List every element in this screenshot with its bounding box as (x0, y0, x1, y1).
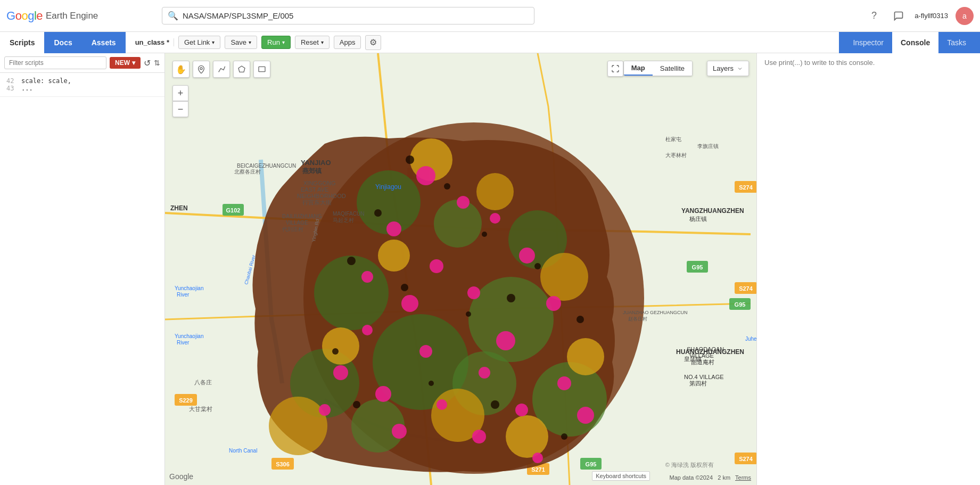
map-type-satellite[interactable]: Satellite (653, 61, 692, 76)
svg-point-56 (419, 345, 432, 358)
map-type-map[interactable]: Map (624, 61, 653, 76)
new-button[interactable]: NEW ▾ (110, 57, 141, 69)
svg-point-53 (546, 296, 561, 311)
svg-point-36 (476, 173, 514, 210)
rectangle-tool[interactable] (253, 61, 270, 78)
google-logo: Google (6, 9, 43, 23)
svg-text:代刘庄村: 代刘庄村 (282, 226, 303, 232)
left-panel: NEW ▾ ↺ ⇅ 42 scale: scale, 43 ... (0, 53, 165, 485)
help-button[interactable]: ? (866, 7, 883, 24)
zoom-in-button[interactable]: + (172, 85, 188, 101)
svg-point-39 (322, 327, 359, 365)
main-content: NEW ▾ ↺ ⇅ 42 scale: scale, 43 ... (0, 53, 980, 485)
tab-tasks[interactable]: Tasks (938, 32, 975, 53)
svg-point-54 (362, 325, 373, 335)
svg-text:Yunchaojian: Yunchaojian (175, 333, 204, 339)
svg-text:北蔡各庄村: 北蔡各庄村 (234, 169, 261, 175)
svg-text:行宫东大街: 行宫东大街 (302, 199, 332, 205)
search-icon: 🔍 (168, 11, 178, 21)
svg-text:S274: S274 (739, 456, 753, 462)
svg-text:Yinjiagou: Yinjiagou (375, 183, 401, 191)
svg-point-78 (577, 316, 584, 323)
svg-point-60 (375, 386, 391, 402)
map-area[interactable]: G102 G10 G95 G95 S274 S274 S274 S229 S30… (165, 53, 756, 485)
svg-point-27 (314, 256, 389, 330)
svg-text:S274: S274 (739, 285, 753, 292)
map-attribution: Map data ©2024 2 km Terms (670, 474, 751, 481)
collapse-button[interactable]: ⇅ (154, 59, 160, 67)
svg-point-82 (353, 401, 360, 408)
svg-text:Juhe R: Juhe R (745, 336, 756, 342)
layers-label: Layers (713, 64, 734, 72)
marker-tool[interactable] (193, 61, 210, 78)
svg-text:DAILIUZHUANG: DAILIUZHUANG (282, 213, 322, 219)
console-content: Use print(...) to write to this console. (757, 53, 980, 485)
svg-rect-124 (259, 67, 265, 71)
map-tools: ✋ (172, 61, 270, 78)
svg-point-64 (319, 404, 331, 416)
svg-point-67 (532, 453, 543, 463)
svg-point-68 (406, 155, 414, 164)
svg-point-50 (430, 259, 443, 273)
gear-button[interactable]: ⚙ (365, 35, 381, 50)
svg-text:S274: S274 (739, 184, 753, 191)
keyboard-shortcuts[interactable]: Keyboard shortcuts (592, 471, 650, 481)
zoom-out-button[interactable]: − (172, 101, 188, 117)
svg-point-77 (332, 348, 339, 355)
layers-panel[interactable]: Layers (707, 61, 749, 76)
search-input[interactable] (183, 11, 529, 20)
reset-button[interactable]: Reset ▾ (295, 36, 330, 49)
svg-point-80 (491, 400, 499, 409)
svg-point-51 (401, 295, 418, 312)
map-canvas: G102 G10 G95 G95 S274 S274 S274 S229 S30… (165, 53, 756, 485)
svg-text:赵各庄村: 赵各庄村 (628, 316, 647, 322)
svg-text:李旗庄镇: 李旗庄镇 (697, 143, 719, 149)
svg-point-37 (378, 240, 410, 272)
pan-tool[interactable]: ✋ (172, 61, 190, 78)
apps-button[interactable]: Apps (334, 36, 361, 49)
tab-docs[interactable]: Docs (44, 32, 81, 53)
svg-point-42 (269, 397, 327, 455)
terms-link[interactable]: Terms (735, 474, 751, 481)
svg-point-26 (434, 200, 482, 248)
svg-text:YANGZHUANGZHEN: YANGZHUANGZHEN (681, 207, 744, 215)
svg-point-63 (577, 407, 594, 424)
search-bar[interactable]: 🔍 (162, 7, 534, 24)
left-nav-tabs: Scripts Docs Assets (0, 32, 126, 53)
svg-text:JUANZHAO GEZHUANGCUN: JUANZHAO GEZHUANGCUN (623, 310, 688, 315)
svg-point-57 (333, 365, 348, 380)
svg-point-49 (361, 271, 373, 283)
refresh-button[interactable]: ↺ (144, 58, 151, 68)
run-button[interactable]: Run ▾ (261, 36, 291, 49)
editor-tab-title: un_class * (131, 38, 174, 46)
svg-text:G95: G95 (735, 301, 746, 308)
svg-text:XINGGONG: XINGGONG (303, 180, 336, 186)
svg-point-38 (540, 253, 588, 301)
svg-point-75 (466, 311, 471, 317)
filter-scripts-input[interactable] (4, 56, 106, 69)
polyline-tool[interactable] (213, 61, 230, 78)
feedback-button[interactable] (890, 7, 907, 24)
get-link-button[interactable]: Get Link ▾ (178, 36, 220, 49)
polygon-tool[interactable] (233, 61, 250, 78)
fullscreen-button[interactable] (607, 61, 623, 77)
svg-text:G102: G102 (226, 207, 241, 213)
user-avatar[interactable]: a (956, 7, 974, 25)
tab-inspector[interactable]: Inspector (844, 32, 892, 53)
svg-point-41 (506, 415, 548, 458)
svg-point-76 (507, 294, 515, 302)
tab-console[interactable]: Console (892, 32, 938, 53)
tab-scripts[interactable]: Scripts (0, 32, 44, 53)
svg-point-61 (437, 399, 447, 410)
code-line-2: 43 ... (6, 85, 158, 92)
svg-point-81 (561, 433, 567, 440)
username-label[interactable]: a-flyllf0313 (915, 12, 948, 20)
svg-text:VILLAGE: VILLAGE (286, 220, 308, 226)
tab-assets[interactable]: Assets (82, 32, 126, 53)
svg-text:马起乏村: 马起乏村 (333, 217, 354, 223)
svg-point-62 (515, 404, 528, 416)
svg-text:NEIGHBORHOOD: NEIGHBORHOOD (297, 193, 346, 199)
svg-point-55 (496, 331, 515, 350)
save-button[interactable]: Save ▾ (225, 36, 257, 49)
svg-marker-123 (238, 66, 245, 72)
